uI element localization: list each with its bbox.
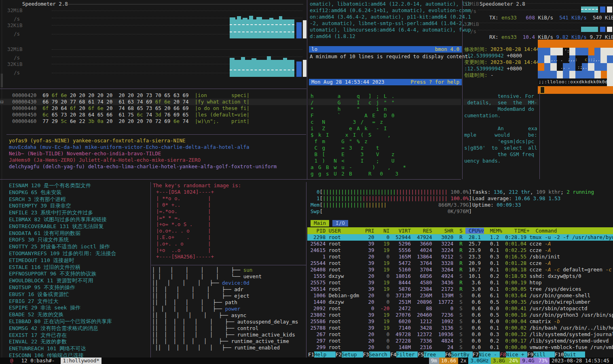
fkey-label-nice[interactable]: Nice + [506,351,527,358]
fkey-f10[interactable]: F10 [555,351,564,358]
pane-htop[interactable]: 0[||||||||||||||||||||||||||||||||||||||… [307,182,613,358]
pane-phonetic[interactable]: yofas9 (yof-as-NINE) yankee-oscar-foxtro… [9,138,306,170]
fkey-label-filter[interactable]: Filter [396,351,418,358]
status-chip[interactable]: 3.0GHz [468,358,490,364]
axis-label: 32KiB [7,22,23,29]
pane-bmon[interactable]: lo bmon 4.0 A minimum of 10 lines is req… [309,46,462,87]
process-row[interactable]: 1555 dxzyw 20 0 18016 6856 4924 S 10.1 0… [307,273,613,279]
fkey-label-kill[interactable]: Kill [533,351,555,358]
terminal-line: │ │ │ │ │ │ ├── sun [152,267,306,273]
process-row[interactable]: 1006 Debian-gdm 20 0 3712M 236M 139M S 0… [307,292,613,299]
process-row[interactable]: 26514 root 39 19 5876 2384 2172 R 3.0 0.… [307,286,613,292]
fkey-f4[interactable]: F4 [390,351,396,358]
status-chip[interactable]: 2023-08-28 14:53:45 [550,358,611,364]
active-window[interactable]: 1:hollywood* [61,358,101,364]
process-row[interactable]: 1440 dxzyw 20 0 251M 20896 13772 S 0.6 0… [307,299,613,305]
pane-hexdump[interactable]: 00000420 69 6f 6e 20 20 20 20 20 20 20 2… [12,92,306,125]
pane-cmatrix[interactable]: h a q ] ; L ./ G I c j " "* h " i nF ` A… [311,93,461,177]
stat-lines: 修改时间: 2023-08-28 14:44:12.539999942 +080… [464,46,538,78]
axis-label: /s [14,70,20,76]
tx-graph [230,19,294,38]
terminal-line: ENOPKG 65 包未安装 [9,189,149,196]
process-row[interactable]: 23802 root 39 19 27076 20460 7236 S 0.6 … [307,312,613,318]
htop-table-header[interactable]: PID USER PRI NI VIRT RES SHR S CPU%▽ MEM… [307,227,613,234]
terminal-line: Load average: 10.66 3.98 1.53 [472,195,560,202]
terminal-line: EISNAM 120 是一个有名类型文件 [9,182,149,189]
fkey-f6[interactable]: F6 [445,351,451,358]
terminal-line: |+o= *.o S . | [156,221,305,228]
process-row[interactable]: 26408 root 39 19 5160 3704 3264 R 10.7 0… [307,267,613,273]
terminal-line: ││ │ │ │ │ │ ├── runtime_enabled [152,345,306,351]
fkey-f9[interactable]: F9 [527,351,533,358]
tab-io[interactable]: I/O [332,220,348,226]
window-list[interactable]: 12 0:bash#- [18,358,58,364]
process-row[interactable]: 25624 root 39 19 5296 3660 3224 R 25.7 0… [307,241,613,247]
fkey-f7[interactable]: F7 [473,351,479,358]
fkey-label-search[interactable]: Search [369,351,391,358]
status-chip[interactable]: 9m [429,358,439,364]
status-chip[interactable]: 10.66 [439,358,459,364]
status-chip[interactable]: 9.4G [520,358,536,364]
terminal-cursor [540,87,545,93]
terminal-line: delchyagfu (delch-yag-fu) delta-echo-lim… [9,163,306,170]
terminal-line: JaHems0 (Ja-Hems-ZERO) Juliett-alfa-Hote… [9,157,306,163]
terminal-line: Uptime: 00:09:33 [472,202,521,208]
pane-sysfs-tree[interactable]: │ │ │ │ │ │ ├── sun│ │ │ │ │ │ └── ueven… [152,267,306,351]
process-row[interactable]: 25575 root 39 19 8444 4580 3436 R 3.6 0.… [307,279,613,286]
fkey-label-help[interactable]: Help [314,351,336,358]
terminal-line: EINVAL 22 无效的参数 [9,339,149,345]
tab-main[interactable]: Main [311,220,329,226]
terminal-line: Neib~ (Neib-TILDE) November-echo-india-b… [9,150,306,157]
terminal-line: ENOMSG 42 没有符合需求格式的消息 [9,325,149,332]
process-row[interactable]: 267 root 20 0 49728 12372 10936 S 0.0 0.… [307,331,613,338]
terminal-line: on:amd64 (3.46.4-2, automatic), p11-kit:… [310,14,462,20]
pane-randomart[interactable]: The key's randomart image is: +---[DSA 1… [153,182,305,260]
axis-label: /s [470,28,476,35]
terminal-line: :12.539999942 +0800 [464,53,538,59]
session-icon[interactable]: @ [8,358,15,364]
process-row[interactable]: 2298 root 20 0 52944 47924 3020 R 28.1 1… [307,234,613,241]
terminal-line: ││ │ │ │ │ ├── adr [152,286,306,293]
fkey-label-quit[interactable]: Quit [564,351,585,358]
pane-chafa-art[interactable]: . . ':kd',.. . ;,,:c::;,... . :;,.;;:llo… [538,40,613,94]
pane-speedometer-right[interactable]: 32MiB /s 32MiB /s Speedometer 2.8 TX: en… [463,0,613,40]
terminal-line: |+o ..o | [156,247,305,254]
pane-errno-list[interactable]: EISNAM 120 是一个有名类型文件ENOPKG 65 包未安装ESRCH … [9,182,149,359]
process-row[interactable]: 297 root 20 0 27228 7336 4824 S 0.0 0.2 … [307,338,613,344]
process-row[interactable]: 299 root 20 0 148M 2316 24 S 0.0 0.1 0:0… [307,344,613,351]
fkey-label-tree[interactable]: Tree [424,351,445,358]
fkey-label-nice[interactable]: Nice - [479,351,500,358]
fkey-f1[interactable]: F1 [308,351,314,358]
phonetic-lines: yofas9 (yof-as-NINE) yankee-oscar-foxtro… [9,138,306,170]
status-chip[interactable]: 2x [458,358,468,364]
pane-speedometer-left[interactable]: Speedometer 2.8 32MiB /s 32KiB /s 32MiB … [0,0,306,89]
process-row[interactable]: 2092 root 0 -20 2472 88 0 S 0.6 0.0 0:00… [307,305,613,312]
htop-meters: 0[||||||||||||||||||||||||||||||||||||||… [311,189,472,215]
fkey-f3[interactable]: F3 [363,351,369,358]
fkey-f2[interactable]: F2 [336,351,342,358]
status-chip[interactable]: 3.8G [491,358,507,364]
axis-label: /s [14,31,20,37]
terminal-line: s|g850' to select all [464,145,538,151]
fkey-label-setup[interactable]: Setup [342,351,363,358]
fkey-f8[interactable]: F8 [500,351,506,358]
process-row[interactable]: 25544 root 39 19 5472 3764 3328 R 20.9 0… [307,260,613,267]
pane-stat-times[interactable]: 修改时间: 2023-08-28 14:44:12.539999942 +080… [464,46,538,78]
terminal-line: g g s U 2 B R 0 3 [311,171,461,177]
pane-modem-doc[interactable]: tensive. For details, see the MM- ModemB… [464,93,538,164]
status-bar: @ 12 0:bash#- 1:hollywood* 9m10.662x3.0G… [0,358,613,364]
fkey-label-sortby[interactable]: SortBy [451,351,473,358]
fkey-f5[interactable]: F5 [418,351,424,358]
process-row[interactable]: 1 root 20 0 165M 13864 9212 S 23.3 0.3 0… [307,254,613,260]
status-chip[interactable]: 73% [536,358,550,364]
status-chip[interactable]: 24% [507,358,520,364]
process-row[interactable]: 25788 root 39 19 7140 3428 3136 S 0.6 0.… [307,325,613,331]
terminal-line: ModemBand do [464,106,538,112]
process-row[interactable]: 25586 root 39 19 6020 1212 1092 S 0.6 0.… [307,318,613,325]
tx-stats: TX: ens33 608 KiB/s 541 KiB/s 540 KiB/s [489,15,613,21]
bmon-interface: lo [311,46,317,53]
process-row[interactable]: 24615 root 39 19 5556 4024 3224 R 23.9 0… [307,247,613,254]
pane-apt-log[interactable]: omatic), libatomic1:amd64 (12.2.0-14, au… [310,1,462,40]
terminal-line: 1 ) N < I ; U [311,158,461,164]
terminal-line: d:amd64 (1.8.12 [310,33,462,40]
